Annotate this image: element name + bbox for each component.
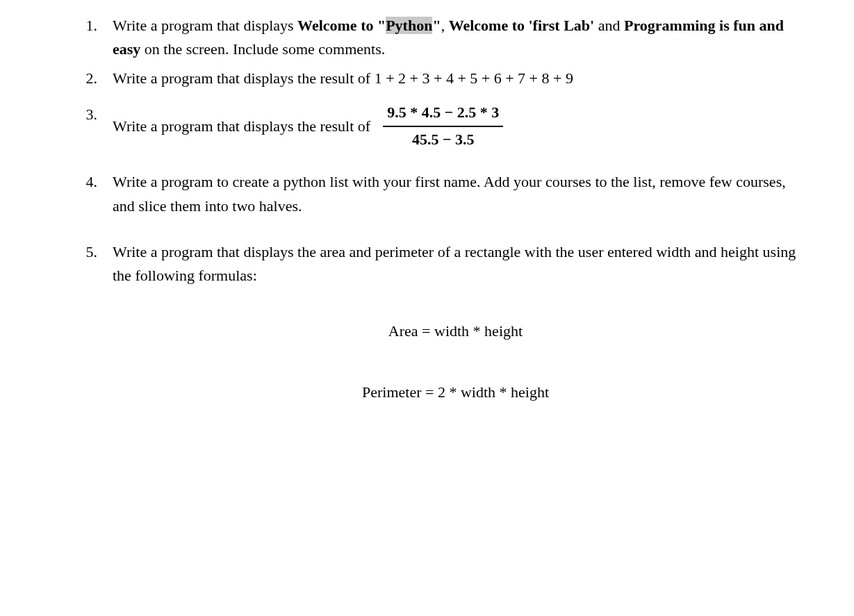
q3-line: Write a program that displays the result…: [113, 103, 798, 149]
q1-text-1: Write a program that displays: [113, 17, 297, 34]
q1-bold-1a: Welcome to ": [297, 17, 386, 34]
question-5: Write a program that displays the area a…: [69, 240, 798, 404]
question-list: Write a program that displays Welcome to…: [69, 14, 798, 404]
spacer: [113, 356, 798, 368]
q1-bold-2: Welcome to 'first Lab': [449, 17, 595, 34]
question-2: Write a program that displays the result…: [69, 67, 798, 90]
question-1: Write a program that displays Welcome to…: [69, 14, 798, 61]
q4-text: Write a program to create a python list …: [113, 173, 786, 214]
q3-denominator: 45.5 − 3.5: [408, 127, 479, 150]
question-4: Write a program to create a python list …: [69, 170, 798, 217]
q3-fraction: 9.5 * 4.5 − 2.5 * 3 45.5 − 3.5: [383, 103, 503, 149]
q2-text: Write a program that displays the result…: [113, 69, 573, 87]
q3-numerator: 9.5 * 4.5 − 2.5 * 3: [383, 103, 503, 126]
q1-highlight-python: Python: [386, 17, 432, 34]
q1-tail: on the screen. Include some comments.: [140, 40, 385, 58]
question-3: Write a program that displays the result…: [69, 103, 798, 149]
q1-sep1: ,: [441, 17, 449, 34]
q5-formula-area: Area = width * height: [113, 319, 798, 343]
q1-mid: and: [594, 17, 624, 34]
q3-text: Write a program that displays the result…: [113, 115, 370, 138]
q5-text: Write a program that displays the area a…: [113, 243, 796, 284]
q5-formula-perimeter: Perimeter = 2 * width * height: [113, 381, 798, 404]
q1-bold-1b: ": [432, 17, 441, 34]
spacer: [113, 288, 798, 307]
